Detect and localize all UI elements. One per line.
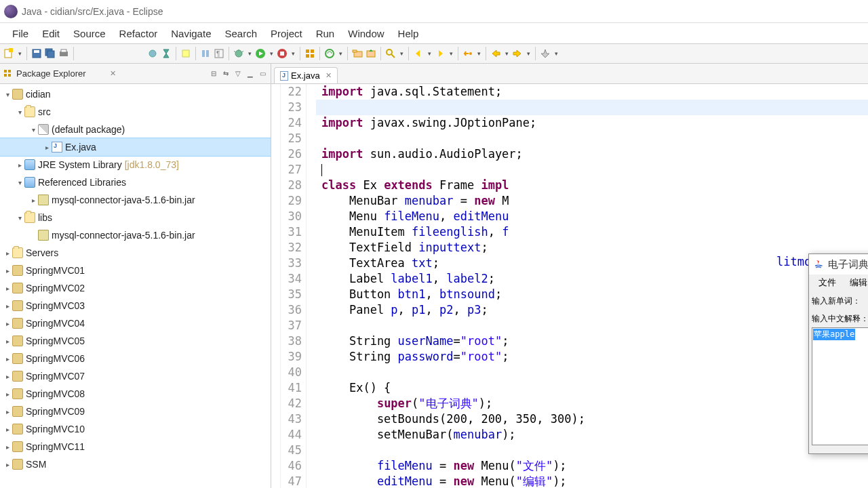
tree-item[interactable]: ▾cidian — [0, 85, 271, 103]
expand-arrow-icon[interactable]: ▾ — [15, 179, 24, 186]
tree-item[interactable]: ▸Servers — [0, 244, 271, 262]
tree-item[interactable]: mysql-connector-java-5.1.6-bin.jar — [0, 226, 271, 244]
toggle-mark-icon[interactable] — [180, 47, 192, 60]
expand-arrow-icon[interactable]: ▸ — [3, 355, 12, 363]
debug-icon[interactable] — [233, 47, 245, 60]
new-dropdown[interactable]: ▾ — [16, 47, 23, 60]
tree-item[interactable]: ▸SpringMVC06 — [0, 350, 271, 367]
new-icon[interactable] — [3, 47, 15, 60]
link-editor-icon[interactable]: ⇆ — [220, 68, 231, 79]
skip-breakpoints-icon[interactable] — [146, 47, 159, 60]
last-edit-icon[interactable] — [462, 47, 474, 60]
view-menu-icon[interactable]: ▽ — [233, 68, 243, 79]
menu-window[interactable]: Window — [341, 25, 391, 42]
search-dropdown[interactable]: ▾ — [398, 47, 405, 60]
pin-dropdown[interactable]: ▾ — [553, 47, 559, 60]
new-package-icon[interactable] — [304, 47, 316, 60]
debug-dropdown[interactable]: ▾ — [246, 47, 253, 60]
expand-arrow-icon[interactable]: ▸ — [3, 249, 12, 257]
tree-item[interactable]: ▸SpringMVC07 — [0, 367, 271, 385]
tree-item[interactable]: ▸SSM — [0, 455, 271, 473]
expand-arrow-icon[interactable]: ▾ — [28, 126, 38, 134]
block-select-icon[interactable] — [199, 47, 212, 60]
tree-item[interactable]: ▸SpringMVC11 — [0, 438, 271, 455]
expand-arrow-icon[interactable]: ▸ — [3, 461, 12, 468]
expand-arrow-icon[interactable]: ▾ — [15, 214, 24, 222]
menu-run[interactable]: Run — [309, 25, 342, 42]
tree-item[interactable]: ▸JRE System Library[jdk1.8.0_73] — [0, 156, 271, 174]
expand-arrow-icon[interactable]: ▸ — [3, 285, 12, 292]
menu-source[interactable]: Source — [66, 25, 113, 42]
expand-arrow-icon[interactable]: ▸ — [3, 302, 12, 310]
menu-project[interactable]: Project — [264, 25, 309, 42]
save-all-icon[interactable] — [44, 47, 56, 60]
tree-item[interactable]: ▸SpringMVC10 — [0, 420, 271, 438]
last-edit-dropdown[interactable]: ▾ — [475, 47, 482, 60]
new-server-dropdown[interactable]: ▾ — [337, 47, 344, 60]
menu-help[interactable]: Help — [391, 25, 426, 42]
tree-item[interactable]: ▸SpringMVC01 — [0, 262, 271, 279]
expand-arrow-icon[interactable]: ▸ — [3, 267, 12, 274]
tree-item[interactable]: ▸SpringMVC05 — [0, 332, 271, 350]
back-dropdown[interactable]: ▾ — [503, 47, 510, 60]
minimize-view-icon[interactable]: ▁ — [245, 68, 256, 79]
forward-dropdown[interactable]: ▾ — [525, 47, 532, 60]
tree-item[interactable]: ▸SpringMVC04 — [0, 314, 271, 332]
tree-item[interactable]: ▾libs — [0, 209, 271, 226]
expand-arrow-icon[interactable]: ▸ — [3, 390, 12, 398]
dialog-titlebar[interactable]: 电子词典 — ☐ ✕ — [809, 254, 868, 274]
tree-item[interactable]: ▸mysql-connector-java-5.1.6-bin.jar — [0, 191, 271, 209]
tree-item[interactable]: ▸SpringMVC09 — [0, 403, 271, 420]
back-icon[interactable] — [490, 47, 502, 60]
dialog-menu-item[interactable]: 文件 — [812, 275, 843, 290]
tab-ex-java[interactable]: Ex.java ✕ — [274, 67, 338, 83]
debug-last-icon[interactable] — [160, 47, 172, 60]
meaning-textarea[interactable]: 苹果apple ▴ ▾ — [812, 327, 868, 445]
expand-arrow-icon[interactable]: ▾ — [3, 91, 12, 98]
tree-item[interactable]: ▾(default package) — [0, 121, 271, 138]
run-icon[interactable] — [254, 47, 267, 60]
run-last-dropdown[interactable]: ▾ — [290, 47, 296, 60]
code-editor[interactable]: 2223242526272829303132333435363738394041… — [271, 84, 868, 488]
maximize-view-icon[interactable]: ▭ — [257, 68, 268, 79]
expand-arrow-icon[interactable]: ▸ — [3, 408, 12, 415]
annotation-prev-icon[interactable] — [412, 47, 425, 60]
tree-item[interactable]: ▸Ex.java — [0, 138, 271, 156]
expand-arrow-icon[interactable]: ▾ — [15, 108, 24, 116]
tree-item[interactable]: ▾src — [0, 103, 271, 121]
annotation-next-dropdown[interactable]: ▾ — [448, 47, 454, 60]
show-whitespace-icon[interactable]: ¶ — [213, 47, 225, 60]
expand-arrow-icon[interactable]: ▸ — [3, 338, 12, 345]
expand-arrow-icon[interactable]: ▸ — [3, 443, 12, 451]
tree-item[interactable]: ▸SpringMVC03 — [0, 297, 271, 314]
expand-arrow-icon[interactable]: ▸ — [3, 373, 12, 380]
tree-item[interactable]: ▾Referenced Libraries — [0, 174, 271, 191]
collapse-all-icon[interactable]: ⊟ — [208, 68, 219, 79]
search-icon[interactable] — [384, 47, 397, 60]
code-content[interactable]: import java.sql.Statement;import javax.s… — [316, 84, 868, 488]
print-icon[interactable] — [58, 47, 70, 60]
close-icon[interactable]: ✕ — [110, 69, 116, 78]
expand-arrow-icon[interactable]: ▸ — [42, 144, 52, 151]
expand-arrow-icon[interactable]: ▸ — [3, 320, 12, 327]
close-icon[interactable]: ✕ — [326, 71, 332, 80]
expand-arrow-icon[interactable]: ▸ — [3, 426, 12, 433]
new-class-icon[interactable] — [351, 47, 363, 60]
menu-file[interactable]: File — [5, 25, 35, 42]
tree-item[interactable]: ▸SpringMVC08 — [0, 385, 271, 403]
menu-edit[interactable]: Edit — [35, 25, 66, 42]
run-dropdown[interactable]: ▾ — [268, 47, 275, 60]
annotation-prev-dropdown[interactable]: ▾ — [426, 47, 433, 60]
expand-arrow-icon[interactable]: ▸ — [28, 197, 38, 204]
save-icon[interactable] — [31, 47, 43, 60]
run-last-icon[interactable] — [276, 47, 288, 60]
annotation-next-icon[interactable] — [434, 47, 446, 60]
expand-arrow-icon[interactable]: ▸ — [15, 161, 24, 169]
new-server-icon[interactable] — [323, 47, 336, 60]
tree-item[interactable]: ▸SpringMVC02 — [0, 279, 271, 297]
pin-icon[interactable] — [539, 47, 551, 60]
menu-refactor[interactable]: Refactor — [113, 25, 165, 42]
dialog-menu-item[interactable]: 编辑 — [843, 275, 868, 290]
menu-navigate[interactable]: Navigate — [164, 25, 218, 42]
forward-icon[interactable] — [511, 47, 524, 60]
